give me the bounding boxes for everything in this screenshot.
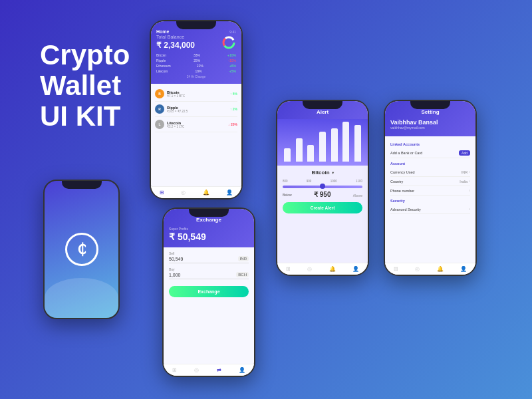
sell-currency: INR <box>238 256 249 261</box>
sell-label: Sell <box>169 251 249 255</box>
user-name: Vaibhhav Bansal <box>390 119 470 126</box>
phone-splash: ₵ <box>43 180 120 319</box>
chart-bar-2 <box>296 138 303 162</box>
title-area: Crypto Wallet UI KIT <box>40 40 130 132</box>
home-header: Home 9:41 Total Balance ₹ 2,34,000 Bitco… <box>151 21 241 84</box>
hr-label: 24 Hr Change <box>156 75 236 78</box>
range-thumb[interactable] <box>320 184 325 189</box>
linked-accounts-label: Linked Accounts <box>390 142 470 146</box>
buy-value[interactable]: 1,000 <box>169 273 181 277</box>
currency-row: Currency Used INR › <box>390 168 470 177</box>
settings-nav-bell[interactable]: 🔔 <box>437 266 444 272</box>
coin-row-ethereum: Ethereum 22% +6% <box>156 63 236 68</box>
settings-nav-search[interactable]: ◎ <box>415 266 420 272</box>
list-item-bitcoin: B Bitcoin ₹7.1 = 1 BTC ↑ 5% <box>155 86 237 102</box>
bitcoin-pct: ↑ 5% <box>230 92 237 96</box>
chart-bar-1 <box>284 148 291 162</box>
nav-search-icon[interactable]: ◎ <box>181 190 186 196</box>
alert-title: Alert <box>283 109 362 115</box>
advanced-security-label: Advanced Security <box>390 207 421 211</box>
litecoin-pct: ↓ 20% <box>228 122 237 126</box>
chart-bar-3 <box>307 145 314 162</box>
settings-nav-home[interactable]: ⊞ <box>394 266 398 272</box>
ripple-info: Ripple ₹105 = ₹7.22.5 <box>167 106 230 113</box>
alert-nav-bell[interactable]: 🔔 <box>329 266 336 272</box>
sell-value[interactable]: 50,549 <box>169 257 183 261</box>
security-section-label: Security <box>390 199 470 203</box>
list-item-litecoin: L Litecoin ₹3.2 = 1 LTC ↓ 20% <box>155 117 237 132</box>
settings-screen: Setting Vaibhhav Bansal vaibhhav@mymail.… <box>385 101 475 275</box>
ripple-pct: ↑ 2% <box>230 107 237 111</box>
phone-alert: Alert Bit Coin Bitcoin ▾ 800 900 1000 11… <box>276 100 369 276</box>
ripple-sub: ₹105 = ₹7.22.5 <box>167 110 230 113</box>
add-bank-button[interactable]: Add <box>459 150 470 156</box>
exch-nav-profile[interactable]: 👤 <box>239 367 245 373</box>
nav-home-icon[interactable]: ⊞ <box>160 190 164 196</box>
phone-settings: Setting Vaibhhav Bansal vaibhhav@mymail.… <box>384 100 477 276</box>
alert-nav-home[interactable]: ⊞ <box>286 266 291 272</box>
exch-nav-search[interactable]: ◎ <box>194 367 199 373</box>
phone-notch-alert <box>303 101 342 109</box>
phone-notch-home <box>176 21 216 29</box>
alert-nav-profile[interactable]: 👤 <box>352 266 359 272</box>
security-arrow-icon: › <box>469 207 470 211</box>
exch-nav-home[interactable]: ⊞ <box>172 367 177 373</box>
range-label-1: 800 <box>283 180 288 183</box>
alert-nav-search[interactable]: ◎ <box>307 266 312 272</box>
coin-selector[interactable]: Bitcoin ▾ <box>283 170 362 176</box>
buy-label: Buy <box>169 267 249 271</box>
coin-change-litecoin: +5% <box>229 69 236 73</box>
coin-name-litecoin: Litecoin <box>156 69 168 73</box>
bitcoin-info: Bitcoin ₹7.1 = 1 BTC <box>167 90 230 98</box>
phone-arrow-icon: › <box>469 188 470 193</box>
phone-row: Phone number › <box>390 186 470 196</box>
nav-bell-icon[interactable]: 🔔 <box>203 190 209 196</box>
phone-label: Phone number <box>390 189 414 193</box>
home-balance-row: Total Balance ₹ 2,34,000 <box>156 35 236 50</box>
range-labels: 800 900 1000 1100 <box>283 180 362 183</box>
chevron-down-icon: ▾ <box>332 170 334 175</box>
home-balance-label: Total Balance <box>156 35 195 39</box>
exch-nav-exchange[interactable]: ⇄ <box>217 367 221 373</box>
home-screen: Home 9:41 Total Balance ₹ 2,34,000 Bitco… <box>151 21 241 198</box>
sell-field: 50,549 INR <box>169 256 249 263</box>
coin-row-litecoin: Litecoin 18% +5% <box>156 68 236 74</box>
alert-screen: Alert Bit Coin Bitcoin ▾ 800 900 1000 11… <box>277 101 368 275</box>
home-screen-title: Home <box>156 29 169 34</box>
account-section-label: Account <box>390 162 470 166</box>
range-label-3: 1000 <box>331 180 337 183</box>
exchange-body: Sell 50,549 INR Buy 1,000 BCH Exchange <box>164 247 254 301</box>
phone-home: Home 9:41 Total Balance ₹ 2,34,000 Bitco… <box>150 20 243 200</box>
alert-bottom-nav: ⊞ ◎ 🔔 👤 <box>277 263 368 275</box>
splash-screen: ₵ <box>45 181 118 318</box>
settings-nav-profile[interactable]: 👤 <box>460 266 467 272</box>
coin-name-bitcoin: Bitcoin <box>156 53 166 57</box>
home-bottom-nav: ⊞ ◎ 🔔 👤 <box>151 186 241 198</box>
home-coins-table: Bitcoin 33% +10% Ripple 25% -10% Ethereu… <box>156 53 236 74</box>
home-list: B Bitcoin ₹7.1 = 1 BTC ↑ 5% R Ripple ₹10… <box>151 84 241 135</box>
chart-bar-6 <box>342 122 349 162</box>
exchange-amount: ₹ 50,549 <box>169 231 249 242</box>
create-alert-button[interactable]: Create Alert <box>283 202 362 213</box>
coin-pct-bitcoin: 33% <box>194 53 200 57</box>
exchange-bottom-nav: ⊞ ◎ ⇄ 👤 <box>164 364 254 376</box>
coin-name-ripple: Ripple <box>156 59 166 63</box>
settings-bottom-nav: ⊞ ◎ 🔔 👤 <box>385 263 475 275</box>
currency-value: INR › <box>462 170 470 174</box>
litecoin-info: Litecoin ₹3.2 = 1 LTC <box>167 121 228 128</box>
coin-row-ripple: Ripple 25% -10% <box>156 58 236 63</box>
splash-wave <box>45 278 118 318</box>
phone-notch-splash <box>62 181 102 189</box>
nav-profile-icon[interactable]: 👤 <box>226 190 233 196</box>
exchange-button[interactable]: Exchange <box>169 286 249 297</box>
country-label: Country <box>390 180 403 184</box>
chart-bar-4 <box>319 132 326 162</box>
above-label: Above <box>353 194 362 198</box>
exchange-screen: Exchange Super Profits ₹ 50,549 Sell 50,… <box>164 209 254 376</box>
settings-title: Setting <box>390 109 470 115</box>
home-balance: ₹ 2,34,000 <box>156 41 195 50</box>
coin-selector-label: Bitcoin <box>311 170 329 176</box>
phone-notch-settings <box>410 101 450 109</box>
coin-pct-ethereum: 22% <box>197 64 203 68</box>
range-label-4: 1100 <box>356 180 362 183</box>
